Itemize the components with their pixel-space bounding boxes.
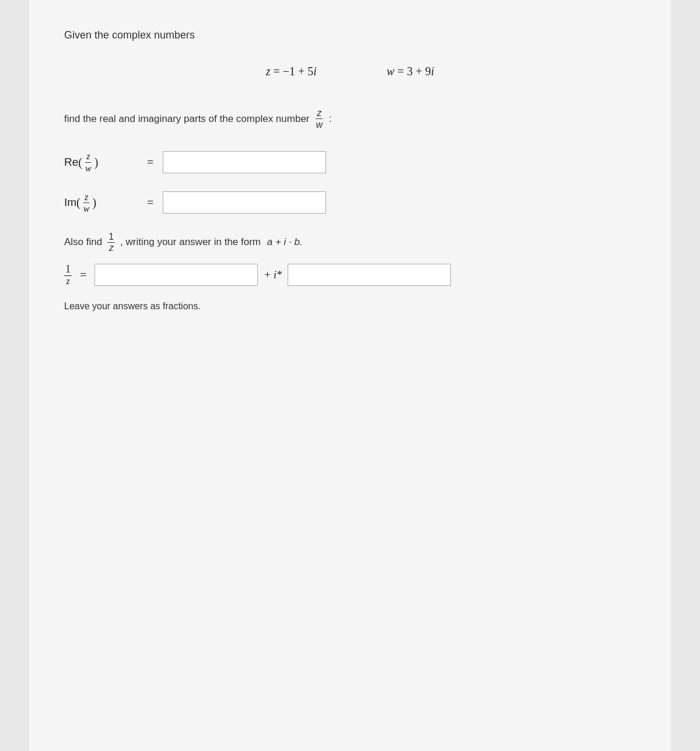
re-answer-input[interactable] <box>163 151 326 173</box>
find-prefix: find the real and imaginary parts of the… <box>64 113 310 125</box>
im-text: Im <box>64 196 76 209</box>
re-text: Re <box>64 156 78 169</box>
im-paren-open: ( <box>76 196 80 209</box>
one-z-a-input[interactable] <box>94 264 258 286</box>
re-paren-close: ) <box>94 156 99 169</box>
re-zw-fraction: z w <box>84 151 93 173</box>
complex-values: z = −1 + 5i w = 3 + 9i <box>64 65 636 78</box>
one-over-z-fraction: 1 z <box>106 232 117 253</box>
plus-i-star: + i* <box>264 269 282 281</box>
one-z-frac-label: 1 z <box>64 263 72 287</box>
one-z-answer-row: 1 z = + i* <box>64 263 636 287</box>
also-find-section: Also find 1 z , writing your answer in t… <box>64 232 636 287</box>
im-equals: = <box>147 196 153 209</box>
im-zw-fraction: z w <box>82 191 91 214</box>
im-input-row: Im ( z w ) = <box>64 191 636 214</box>
re-input-row: Re ( z w ) = <box>64 151 636 173</box>
find-suffix: : <box>329 113 332 125</box>
re-equals: = <box>147 156 153 169</box>
im-label: Im ( z w ) <box>64 191 140 214</box>
one-z-b-input[interactable] <box>288 264 451 286</box>
w-value: w = 3 + 9i <box>387 65 434 78</box>
one-z-equals: = <box>80 268 86 282</box>
leave-text: Leave your answers as fractions. <box>64 301 636 312</box>
find-instruction: find the real and imaginary parts of the… <box>64 107 636 130</box>
re-paren-open: ( <box>78 156 82 169</box>
form-expression: a + i · b. <box>264 236 303 248</box>
also-find-prefix: Also find <box>64 236 102 248</box>
page-container: Given the complex numbers z = −1 + 5i w … <box>29 0 671 751</box>
im-answer-input[interactable] <box>163 191 326 214</box>
intro-text: Given the complex numbers <box>64 29 636 41</box>
also-find-instruction: Also find 1 z , writing your answer in t… <box>64 232 636 253</box>
z-value: z = −1 + 5i <box>266 65 317 78</box>
also-find-suffix: , writing your answer in the form <box>120 236 261 248</box>
im-paren-close: ) <box>92 196 96 209</box>
zw-fraction: z w <box>313 107 326 130</box>
re-label: Re ( z w ) <box>64 151 140 173</box>
